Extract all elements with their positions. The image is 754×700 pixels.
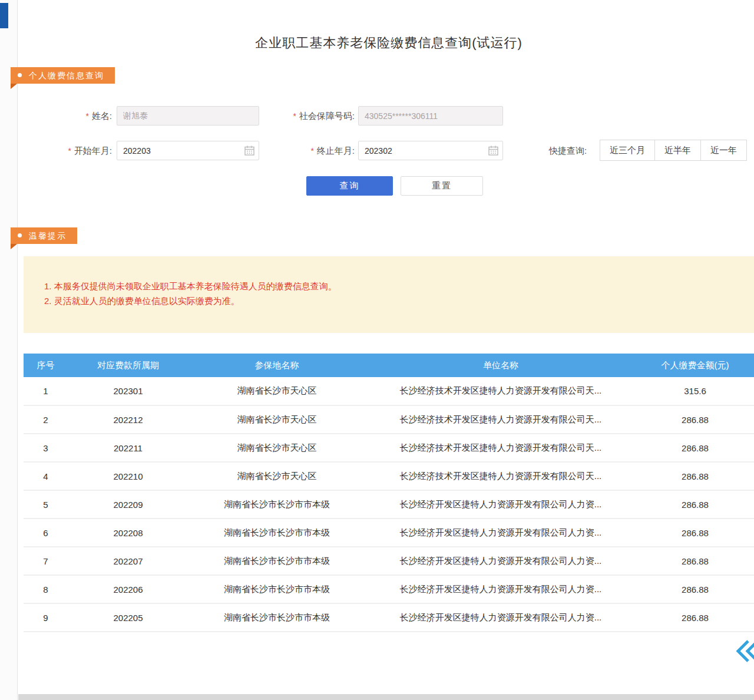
- cell-seq: 3: [24, 434, 68, 462]
- cell-seq: 4: [24, 462, 68, 490]
- cell-amount: 286.88: [636, 462, 754, 490]
- cell-unit: 长沙经济开发区捷特人力资源开发有限公司人力资...: [365, 490, 636, 519]
- cell-area: 湖南省长沙市天心区: [188, 377, 365, 405]
- table-row: 6 202208 湖南省长沙市长沙市市本级 长沙经济开发区捷特人力资源开发有限公…: [24, 519, 754, 547]
- cell-period: 202209: [68, 490, 188, 519]
- cell-area: 湖南省长沙市天心区: [188, 434, 365, 462]
- cell-amount: 286.88: [636, 575, 754, 603]
- table-body: 1 202301 湖南省长沙市天心区 长沙经济技术开发区捷特人力资源开发有限公司…: [24, 377, 754, 632]
- cell-area: 湖南省长沙市天心区: [188, 405, 365, 434]
- cell-seq: 2: [24, 405, 68, 434]
- left-rail: [0, 0, 18, 700]
- cell-unit: 长沙经济技术开发区捷特人力资源开发有限公司天...: [365, 377, 636, 405]
- cell-unit: 长沙经济开发区捷特人力资源开发有限公司人力资...: [365, 603, 636, 632]
- header-period: 对应费款所属期: [68, 354, 188, 377]
- cell-area: 湖南省长沙市天心区: [188, 462, 365, 490]
- cell-amount: 286.88: [636, 547, 754, 575]
- name-label: *姓名:: [35, 106, 112, 126]
- calendar-icon[interactable]: [244, 146, 254, 156]
- table-row: 8 202206 湖南省长沙市长沙市市本级 长沙经济开发区捷特人力资源开发有限公…: [24, 575, 754, 603]
- header-area: 参保地名称: [188, 354, 365, 377]
- quick-btn-halfyear[interactable]: 近半年: [654, 140, 701, 161]
- cell-period: 202301: [68, 377, 188, 405]
- bullet-dot-icon: [18, 73, 22, 77]
- cell-unit: 长沙经济技术开发区捷特人力资源开发有限公司天...: [365, 462, 636, 490]
- ssn-input[interactable]: [358, 106, 503, 126]
- cell-period: 202211: [68, 434, 188, 462]
- table-row: 9 202205 湖南省长沙市长沙市市本级 长沙经济开发区捷特人力资源开发有限公…: [24, 603, 754, 632]
- required-asterisk: *: [85, 111, 88, 121]
- notice-box: 1. 本服务仅提供尚未领取企业职工基本养老保险待遇人员的缴费信息查询。 2. 灵…: [24, 256, 754, 333]
- table-header-row: 序号 对应费款所属期 参保地名称 单位名称 个人缴费金额(元): [24, 354, 754, 377]
- cell-period: 202208: [68, 519, 188, 547]
- cell-seq: 9: [24, 603, 68, 632]
- cell-period: 202212: [68, 405, 188, 434]
- cell-period: 202207: [68, 547, 188, 575]
- cell-unit: 长沙经济开发区捷特人力资源开发有限公司人力资...: [365, 519, 636, 547]
- quick-btn-oneyear[interactable]: 近一年: [700, 140, 747, 161]
- cell-area: 湖南省长沙市长沙市市本级: [188, 519, 365, 547]
- cell-seq: 7: [24, 547, 68, 575]
- cell-unit: 长沙经济技术开发区捷特人力资源开发有限公司天...: [365, 405, 636, 434]
- notice-line-2: 2. 灵活就业人员的缴费单位信息以实际缴费为准。: [44, 293, 742, 308]
- cell-amount: 315.6: [636, 377, 754, 405]
- header-seq: 序号: [24, 354, 68, 377]
- cell-unit: 长沙经济开发区捷特人力资源开发有限公司人力资...: [365, 547, 636, 575]
- quick-query-label: 快捷查询:: [549, 140, 587, 161]
- table-row: 3 202211 湖南省长沙市天心区 长沙经济技术开发区捷特人力资源开发有限公司…: [24, 434, 754, 462]
- end-month-input[interactable]: [358, 141, 503, 160]
- table-row: 1 202301 湖南省长沙市天心区 长沙经济技术开发区捷特人力资源开发有限公司…: [24, 377, 754, 405]
- name-input[interactable]: [117, 106, 259, 126]
- ribbon-fold: [11, 84, 17, 89]
- cell-area: 湖南省长沙市长沙市市本级: [188, 575, 365, 603]
- cell-area: 湖南省长沙市长沙市市本级: [188, 547, 365, 575]
- quick-query-group: 近三个月 近半年 近一年: [600, 140, 747, 161]
- footer-strip: [18, 694, 754, 700]
- required-asterisk: *: [310, 146, 313, 156]
- required-asterisk: *: [293, 111, 296, 121]
- table-row: 2 202212 湖南省长沙市天心区 长沙经济技术开发区捷特人力资源开发有限公司…: [24, 405, 754, 434]
- cell-amount: 286.88: [636, 405, 754, 434]
- required-asterisk: *: [68, 146, 71, 156]
- cell-area: 湖南省长沙市长沙市市本级: [188, 603, 365, 632]
- cell-period: 202206: [68, 575, 188, 603]
- reset-button[interactable]: 重置: [401, 176, 483, 196]
- cell-amount: 286.88: [636, 490, 754, 519]
- double-left-chevron-icon[interactable]: [734, 638, 754, 664]
- payment-table: 序号 对应费款所属期 参保地名称 单位名称 个人缴费金额(元) 1 202301…: [24, 354, 754, 632]
- notice-line-1: 1. 本服务仅提供尚未领取企业职工基本养老保险待遇人员的缴费信息查询。: [44, 279, 742, 293]
- page-title: 企业职工基本养老保险缴费信息查询(试运行): [24, 34, 754, 52]
- cell-unit: 长沙经济开发区捷特人力资源开发有限公司人力资...: [365, 575, 636, 603]
- ribbon-fold: [11, 244, 17, 249]
- quick-btn-3months[interactable]: 近三个月: [600, 140, 655, 161]
- cell-seq: 6: [24, 519, 68, 547]
- table-row: 5 202209 湖南省长沙市长沙市市本级 长沙经济开发区捷特人力资源开发有限公…: [24, 490, 754, 519]
- calendar-icon[interactable]: [488, 146, 498, 156]
- cell-period: 202210: [68, 462, 188, 490]
- cell-seq: 1: [24, 377, 68, 405]
- cell-amount: 286.88: [636, 519, 754, 547]
- end-month-label: *终止年月:: [266, 141, 355, 161]
- cell-unit: 长沙经济技术开发区捷特人力资源开发有限公司天...: [365, 434, 636, 462]
- sidebar-collapsed-tab[interactable]: [0, 3, 8, 28]
- cell-amount: 286.88: [636, 603, 754, 632]
- cell-period: 202205: [68, 603, 188, 632]
- table-row: 7 202207 湖南省长沙市长沙市市本级 长沙经济开发区捷特人力资源开发有限公…: [24, 547, 754, 575]
- start-month-label: *开始年月:: [35, 141, 112, 161]
- cell-amount: 286.88: [636, 434, 754, 462]
- start-month-input[interactable]: [117, 141, 259, 160]
- cell-seq: 8: [24, 575, 68, 603]
- section-badge-query-label: 个人缴费信息查询: [29, 71, 104, 80]
- cell-area: 湖南省长沙市长沙市市本级: [188, 490, 365, 519]
- bullet-dot-icon: [18, 233, 22, 237]
- header-amount: 个人缴费金额(元): [636, 354, 754, 377]
- section-badge-query: 个人缴费信息查询: [11, 67, 115, 84]
- table-row: 4 202210 湖南省长沙市天心区 长沙经济技术开发区捷特人力资源开发有限公司…: [24, 462, 754, 490]
- ssn-label: *社会保障号码:: [266, 106, 355, 126]
- section-badge-tips: 温馨提示: [11, 227, 77, 244]
- header-unit: 单位名称: [365, 354, 636, 377]
- query-button[interactable]: 查询: [306, 176, 393, 196]
- cell-seq: 5: [24, 490, 68, 519]
- section-badge-tips-label: 温馨提示: [29, 231, 67, 240]
